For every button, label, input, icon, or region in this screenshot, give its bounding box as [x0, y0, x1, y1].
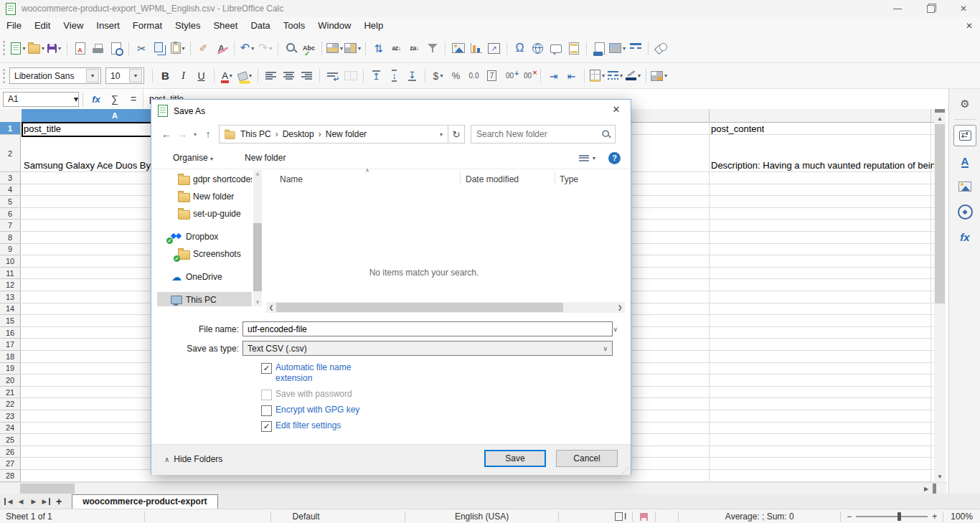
- chevron-down-icon[interactable]: ∨: [613, 326, 618, 333]
- clone-formatting-button[interactable]: ✐: [195, 39, 212, 57]
- cell-post-content-text[interactable]: post_content: [711, 123, 764, 134]
- new-document-dropdown-icon[interactable]: ▾: [22, 45, 25, 52]
- font-color-dropdown-icon[interactable]: ▾: [230, 72, 232, 79]
- row-header-9[interactable]: 9: [0, 244, 21, 256]
- scroll-right-icon[interactable]: ▶: [921, 484, 931, 494]
- row-header-10[interactable]: 10: [0, 255, 21, 268]
- merge-cells-button[interactable]: [342, 67, 359, 85]
- insert-chart-button[interactable]: [468, 39, 484, 57]
- styles-deck-button[interactable]: A: [954, 151, 976, 171]
- cut-button[interactable]: ✂: [133, 39, 150, 57]
- zoom-level-status[interactable]: 100%: [943, 509, 980, 523]
- pivot-table-button[interactable]: ↗: [486, 39, 502, 57]
- column-divider[interactable]: [460, 171, 461, 184]
- back-button[interactable]: ←: [159, 126, 174, 142]
- align-left-button[interactable]: [263, 67, 279, 85]
- row-header-4[interactable]: 4: [0, 184, 21, 197]
- horizontal-scroll-thumb[interactable]: [20, 484, 75, 494]
- scroll-up-icon[interactable]: ∧: [253, 170, 262, 179]
- close-document-button[interactable]: ✕: [966, 21, 973, 31]
- open-button[interactable]: ▾: [28, 39, 44, 57]
- toolbar-grip[interactable]: [3, 69, 5, 83]
- forward-button[interactable]: →: [174, 126, 190, 142]
- vertical-scrollbar[interactable]: ▲ ▼: [934, 109, 946, 482]
- scroll-down-icon[interactable]: ▼: [934, 471, 946, 481]
- font-color-button[interactable]: A▾: [219, 67, 235, 85]
- function-wizard-button[interactable]: fx: [87, 91, 105, 107]
- up-button[interactable]: ↑: [200, 126, 216, 142]
- conditional-formatting-button[interactable]: ▾: [651, 67, 667, 85]
- cell-a2-text[interactable]: Samsung Galaxy Ace Duos By: [24, 160, 151, 171]
- file-list-horizontal-scrollbar[interactable]: ❮ ❯: [266, 302, 625, 313]
- align-right-button[interactable]: [298, 67, 315, 85]
- page-style-status[interactable]: Default: [271, 509, 405, 523]
- refresh-button[interactable]: ↻: [448, 125, 465, 143]
- name-box[interactable]: A1 ▾: [3, 92, 79, 107]
- insert-comment-button[interactable]: [547, 39, 564, 57]
- undo-button[interactable]: ↶▾: [239, 39, 255, 57]
- menu-help[interactable]: Help: [357, 18, 390, 33]
- menu-styles[interactable]: Styles: [169, 18, 207, 33]
- sort-descending-button[interactable]: za↓: [406, 39, 423, 57]
- menu-tools[interactable]: Tools: [277, 18, 311, 33]
- zoom-slider[interactable]: [856, 516, 928, 517]
- save-dropdown-icon[interactable]: ▾: [58, 45, 61, 52]
- borders-dropdown-icon[interactable]: ▾: [602, 72, 605, 79]
- organise-button[interactable]: Organise ▾: [173, 153, 213, 163]
- row-header-21[interactable]: 21: [0, 387, 21, 399]
- search-box[interactable]: Search New folder: [471, 125, 616, 143]
- dialog-close-button[interactable]: ✕: [609, 104, 623, 117]
- insert-mode-status[interactable]: I: [610, 509, 632, 523]
- underline-button[interactable]: U: [193, 67, 209, 85]
- scroll-up-icon[interactable]: ▲: [934, 113, 946, 123]
- language-status[interactable]: English (USA): [405, 509, 558, 523]
- sidebar-settings-button[interactable]: ⚙: [954, 94, 976, 114]
- decrease-indent-button[interactable]: ⇤: [563, 67, 580, 85]
- redo-button[interactable]: ↷▾: [257, 39, 273, 57]
- chevron-down-icon[interactable]: ▾: [86, 69, 99, 83]
- sort-button[interactable]: ⇅: [370, 39, 387, 57]
- row-header-12[interactable]: 12: [0, 279, 21, 291]
- file-name-input[interactable]: [242, 321, 613, 336]
- add-sheet-button[interactable]: +: [56, 496, 62, 507]
- find-replace-button[interactable]: [283, 39, 299, 57]
- bold-button[interactable]: B: [157, 67, 174, 85]
- new-folder-button[interactable]: New folder: [245, 153, 286, 163]
- paste-button[interactable]: ▾: [169, 39, 186, 57]
- zoom-slider-thumb[interactable]: [897, 512, 901, 521]
- row-header-20[interactable]: 20: [0, 374, 21, 387]
- row-header-22[interactable]: 22: [0, 398, 21, 410]
- select-all-corner[interactable]: [0, 109, 22, 123]
- menu-file[interactable]: File: [0, 18, 28, 33]
- minimize-button[interactable]: —: [881, 0, 914, 17]
- nav-item-new-folder[interactable]: New folder: [157, 189, 252, 204]
- print-button[interactable]: [90, 39, 106, 57]
- row-header-2[interactable]: 2: [0, 135, 21, 172]
- scroll-left-icon[interactable]: ❮: [266, 304, 276, 311]
- dialog-title-bar[interactable]: Save As: [151, 100, 631, 122]
- nav-item-dropbox[interactable]: ✓Dropbox: [157, 229, 252, 245]
- nav-item-onedrive[interactable]: ☁OneDrive: [157, 269, 252, 285]
- nav-item-set-up-guide[interactable]: set-up-guide: [157, 206, 252, 222]
- nav-item-screenshots[interactable]: ✓Screenshots: [157, 246, 252, 262]
- open-dropdown-icon[interactable]: ▾: [42, 45, 44, 52]
- chevron-down-icon[interactable]: ▾: [129, 69, 142, 83]
- spelling-button[interactable]: Abc: [301, 39, 317, 57]
- print-preview-button[interactable]: [108, 39, 124, 57]
- format-currency-button[interactable]: $▾: [430, 67, 446, 85]
- gallery-deck-button[interactable]: [954, 176, 976, 197]
- sum-button[interactable]: ∑: [105, 91, 124, 107]
- row-header-11[interactable]: 11: [0, 268, 21, 280]
- center-vertically-button[interactable]: ↕: [386, 67, 402, 85]
- conditional-formatting-dropdown-icon[interactable]: ▾: [664, 72, 667, 79]
- format-currency-dropdown-icon[interactable]: ▾: [440, 72, 443, 79]
- border-style-dropdown-icon[interactable]: ▾: [620, 72, 623, 79]
- row-header-13[interactable]: 13: [0, 291, 21, 303]
- chevron-down-icon[interactable]: ▾: [74, 94, 78, 105]
- toolbar-grip[interactable]: [3, 41, 5, 55]
- checkbox-checked[interactable]: ✓: [261, 363, 272, 374]
- row-header-19[interactable]: 19: [0, 363, 21, 375]
- hide-folders-button[interactable]: ∧Hide Folders: [164, 454, 222, 464]
- horizontal-scrollbar[interactable]: ▶: [0, 482, 947, 494]
- sort-ascending-button[interactable]: az↓: [388, 39, 405, 57]
